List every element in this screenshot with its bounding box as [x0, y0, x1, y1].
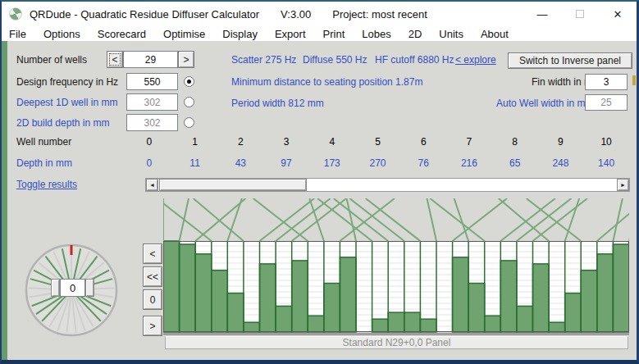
close-button[interactable]: ✕ [599, 2, 637, 26]
depth-row: 0 11 43 97 173 270 76 216 65 248 140 [126, 157, 629, 170]
menu-file[interactable]: File [9, 28, 26, 40]
spin-left-icon: < [112, 54, 117, 66]
depth-cell: 65 [492, 157, 538, 170]
deepest-1d-input [126, 93, 178, 111]
auto-well-width-input [585, 94, 628, 111]
build-depth-2d-label: 2D build depth in mm [16, 117, 109, 129]
scrollbar-thumb[interactable] [159, 179, 307, 191]
minimize-icon: — [537, 8, 548, 20]
well-number-cell: 7 [446, 136, 492, 148]
dial-value: 0 [60, 279, 85, 297]
well-number-cell: 4 [309, 136, 355, 148]
deepest-1d-radio[interactable] [184, 97, 194, 107]
design-frequency-label: Design frequency in Hz [16, 76, 118, 88]
menu-options[interactable]: Options [43, 28, 80, 40]
close-icon: ✕ [614, 8, 623, 20]
depth-cell: 97 [263, 157, 309, 170]
well-number-cell: 10 [583, 136, 629, 148]
depth-cell: 76 [400, 157, 446, 170]
depth-cell: 216 [446, 157, 492, 170]
wells-scrollbar[interactable]: ◄ ► [145, 178, 630, 192]
number-of-wells-label: Number of wells [16, 54, 87, 66]
title-bar: QRDude - Quadratic Residue Diffuser Calc… [2, 2, 637, 26]
diffuse-info: Diffuse 550 Hz [303, 54, 367, 66]
well-number-cell: 8 [492, 136, 538, 148]
app-title: QRDude - Quadratic Residue Diffuser Calc… [30, 8, 259, 20]
menu-export[interactable]: Export [275, 28, 306, 40]
depth-cell: 270 [355, 157, 401, 170]
menu-units[interactable]: Units [439, 28, 463, 40]
app-version: V:3.00 [281, 8, 311, 20]
menu-lobes[interactable]: Lobes [362, 28, 390, 40]
min-distance-info: Minimum distance to seating position 1.8… [231, 76, 422, 88]
diffuser-panel-visualization [163, 198, 629, 339]
menu-2d[interactable]: 2D [409, 28, 422, 40]
menu-optimise[interactable]: Optimise [163, 28, 205, 40]
scatter-info: Scatter 275 Hz [231, 54, 296, 66]
dial-decrement-button[interactable] [51, 279, 60, 297]
depth-label: Depth in mm [16, 157, 72, 169]
panel-nav-back-button[interactable]: < [143, 243, 162, 264]
menu-bar: File Options Scorecard Optimise Display … [2, 26, 637, 41]
design-frequency-radio[interactable] [184, 76, 194, 87]
left-accent-strip [2, 41, 7, 360]
maximize-button[interactable] [561, 2, 599, 26]
spin-right-icon: > [183, 54, 189, 66]
menu-display[interactable]: Display [222, 28, 258, 40]
depth-cell: 11 [172, 157, 218, 170]
well-number-cell: 1 [172, 136, 218, 148]
client-area: Number of wells < > Design frequency in … [2, 41, 637, 360]
depth-cell: 173 [309, 157, 355, 170]
number-of-wells-input[interactable] [123, 51, 178, 68]
panel-caption: Standard N29+0,0 Panel [165, 336, 628, 349]
explore-link[interactable]: < explore [455, 54, 496, 66]
app-icon [9, 7, 22, 20]
well-number-cell: 0 [126, 136, 172, 148]
toggle-results-link[interactable]: Toggle results [16, 179, 77, 190]
fin-width-marker [632, 75, 636, 85]
window-controls: — ✕ [523, 2, 637, 26]
well-number-label: Well number [16, 136, 71, 148]
period-width-info: Period width 812 mm [231, 98, 324, 109]
depth-cell: 248 [538, 157, 584, 170]
scroll-right-button[interactable]: ► [617, 179, 629, 191]
dial-spinner: 0 [51, 279, 94, 297]
panel-nav-forward-button[interactable]: > [143, 316, 162, 336]
arrow-right-icon: ► [620, 182, 626, 188]
depth-cell: 43 [217, 157, 263, 170]
deepest-1d-label: Deepest 1D well in mm [16, 97, 117, 108]
window-title: QRDude - Quadratic Residue Diffuser Calc… [30, 8, 449, 20]
well-number-cell: 2 [217, 136, 263, 148]
well-number-cell: 3 [263, 136, 309, 148]
radio-dot-icon [187, 80, 191, 84]
well-number-cell: 6 [400, 136, 446, 148]
minimize-button[interactable]: — [523, 2, 561, 26]
build-depth-2d-input [126, 114, 178, 131]
app-window: QRDude - Quadratic Residue Diffuser Calc… [0, 0, 639, 364]
menu-about[interactable]: About [481, 28, 509, 40]
build-depth-2d-radio[interactable] [184, 117, 194, 128]
depth-cell: 140 [583, 157, 629, 170]
arrow-left-icon: ◄ [149, 182, 155, 188]
design-frequency-input[interactable] [126, 73, 178, 90]
wells-spin-down-button[interactable]: < [107, 51, 123, 68]
menu-scorecard[interactable]: Scorecard [98, 28, 146, 40]
panel-nav-fast-back-button[interactable]: << [143, 266, 162, 287]
panel-nav-zero-button[interactable]: 0 [143, 289, 162, 310]
scroll-left-button[interactable]: ◄ [146, 179, 158, 191]
well-number-row: 0 1 2 3 4 5 6 7 8 9 10 [126, 136, 629, 148]
project-name: Project: most recent [332, 8, 427, 20]
dial-increment-button[interactable] [85, 279, 94, 297]
depth-cell: 0 [126, 157, 172, 170]
switch-inverse-panel-button[interactable]: Switch to Inverse panel [508, 52, 632, 69]
hf-cutoff-info: HF cutoff 6880 Hz [375, 54, 454, 66]
auto-well-width-label: Auto Well width in mm [496, 98, 593, 109]
well-number-cell: 9 [538, 136, 584, 148]
fin-width-input[interactable] [585, 74, 628, 90]
menu-print[interactable]: Print [323, 28, 345, 40]
well-number-cell: 5 [355, 136, 401, 148]
maximize-icon [576, 10, 584, 18]
wells-spin-up-button[interactable]: > [178, 51, 194, 68]
